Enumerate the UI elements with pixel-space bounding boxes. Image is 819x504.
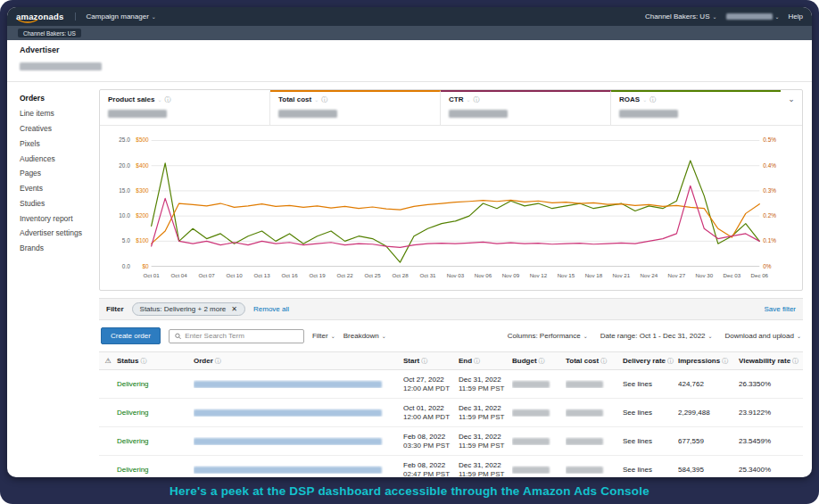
start-cell: Feb 08, 202202:47 PM PST (403, 461, 459, 478)
column-header-start[interactable]: Startⓘ (403, 357, 459, 365)
entity-chip[interactable]: Channel Bakers: US (18, 29, 81, 37)
breakdown-dropdown[interactable]: Breakdown ⌄ (343, 332, 386, 340)
column-header-budget[interactable]: Budgetⓘ (512, 357, 566, 365)
status-badge: Delivering (117, 466, 149, 474)
sidebar-item-pixels[interactable]: Pixels (20, 136, 88, 151)
advertiser-label: Advertiser (20, 45, 799, 54)
date-range-dropdown[interactable]: Date range: Oct 1 - Dec 31, 2022 ⌄ (600, 332, 713, 340)
order-name-redacted[interactable] (194, 438, 382, 445)
svg-text:Oct 10: Oct 10 (227, 272, 244, 278)
create-order-button[interactable]: Create order (101, 327, 161, 344)
svg-text:Dec 03: Dec 03 (724, 272, 741, 278)
sidebar-item-pages[interactable]: Pages (20, 166, 88, 181)
entity-switcher[interactable]: Channel Bakers: US ⌄ (645, 12, 717, 21)
collapse-chart-button[interactable]: ⌄ (781, 90, 802, 125)
table-toolbar: Create order Filter ⌄ Breakdown ⌄ (99, 320, 803, 351)
chevron-down-icon: ⌄ (331, 334, 335, 339)
viewability-value: 25.3400% (739, 466, 803, 474)
column-header-order[interactable]: Orderⓘ (194, 357, 403, 365)
campaign-manager-menu[interactable]: Campaign manager ⌄ (75, 12, 156, 21)
column-header-viewability-rate[interactable]: Viewability rateⓘ (739, 357, 803, 365)
svg-text:0.5%: 0.5% (763, 136, 776, 143)
viewability-value: 26.3350% (739, 380, 803, 388)
info-icon: ⓘ (473, 96, 479, 103)
table-row[interactable]: Delivering Feb 08, 202202:47 PM PST Dec … (99, 456, 803, 477)
sidebar-item-orders[interactable]: Orders (20, 91, 88, 106)
sidebar-item-events[interactable]: Events (20, 181, 88, 196)
svg-text:Nov 24: Nov 24 (641, 272, 658, 278)
svg-text:Oct 19: Oct 19 (309, 272, 326, 278)
svg-text:Oct 07: Oct 07 (199, 272, 216, 278)
table-row[interactable]: Delivering Oct 27, 202212:00 AM PDT Dec … (99, 370, 803, 399)
search-box[interactable] (169, 329, 304, 343)
user-account-menu[interactable]: ⌄ (726, 13, 780, 20)
columns-dropdown[interactable]: Columns: Performance ⌄ (508, 332, 588, 340)
svg-text:Oct 31: Oct 31 (419, 272, 436, 278)
svg-text:0.2%: 0.2% (763, 212, 776, 219)
metric-card-ctr[interactable]: CTR ⌄ ⓘ (441, 90, 611, 125)
header-label: Viewability rate (739, 357, 790, 365)
sidebar-item-inventory-report[interactable]: Inventory report (20, 211, 88, 226)
date-range-dropdown-label: Date range: Oct 1 - Dec 31, 2022 (600, 332, 706, 340)
start-cell: Oct 27, 202212:00 AM PDT (403, 376, 459, 393)
info-icon: ⓘ (474, 358, 480, 364)
advertiser-name-redacted[interactable] (20, 62, 102, 70)
svg-text:Oct 16: Oct 16 (281, 272, 298, 278)
header-label: Budget (512, 357, 537, 365)
sidebar-item-creatives[interactable]: Creatives (20, 121, 88, 136)
info-icon: ⓘ (165, 96, 171, 103)
table-row[interactable]: Delivering Oct 01, 202212:00 AM PDT Dec … (99, 399, 803, 427)
sidebar-item-line-items[interactable]: Line items (20, 106, 88, 121)
status-filter-chip[interactable]: Status: Delivering + 2 more ✕ (132, 302, 245, 316)
sidebar-item-audiences[interactable]: Audiences (20, 151, 88, 166)
column-header-delivery-rate[interactable]: Delivery rateⓘ (623, 357, 678, 365)
filter-bar-label: Filter (106, 305, 124, 313)
impressions-value: 677,559 (678, 437, 739, 445)
table-row[interactable]: Delivering Feb 08, 202203:30 PM PST Dec … (99, 427, 803, 456)
slide-frame: amazonads Campaign manager ⌄ Channel Bak… (0, 0, 819, 504)
svg-text:Nov 18: Nov 18 (585, 272, 603, 278)
filter-chip-label: Status: Delivering + 2 more (140, 305, 227, 313)
download-upload-dropdown[interactable]: Download and upload ⌄ (725, 332, 801, 340)
chevron-down-icon: ⌄ (466, 97, 470, 103)
warning-icon: ⚠ (99, 357, 117, 365)
header-label: Total cost (566, 357, 599, 365)
remove-all-link[interactable]: Remove all (253, 305, 289, 313)
svg-text:Nov 27: Nov 27 (668, 272, 686, 278)
sidebar-item-advertiser-settings[interactable]: Advertiser settings (20, 226, 88, 241)
column-header-total-cost[interactable]: Total costⓘ (566, 357, 623, 365)
header-label: End (459, 357, 472, 365)
svg-text:$500: $500 (136, 136, 149, 143)
order-name-redacted[interactable] (194, 381, 382, 388)
amazon-ads-logo: amazonads (16, 12, 64, 21)
svg-text:Nov 06: Nov 06 (475, 272, 492, 278)
order-name-redacted[interactable] (194, 467, 382, 474)
metric-card-roas[interactable]: ROAS ⌄ ⓘ (611, 90, 781, 125)
help-link[interactable]: Help (789, 12, 803, 21)
total-cost-redacted (566, 467, 603, 474)
svg-text:25.0: 25.0 (119, 136, 130, 143)
chevron-down-icon: ⌄ (314, 97, 318, 103)
sidebar-item-studies[interactable]: Studies (20, 195, 88, 211)
filter-dropdown[interactable]: Filter ⌄ (312, 332, 335, 340)
search-input[interactable] (185, 332, 298, 340)
metric-card-total-cost[interactable]: Total cost ⌄ ⓘ (270, 90, 441, 125)
main-content: Product sales ⌄ ⓘ Total cost ⌄ ⓘ (94, 82, 812, 477)
svg-text:Oct 04: Oct 04 (171, 272, 188, 278)
status-badge: Delivering (117, 409, 149, 417)
metric-card-product-sales[interactable]: Product sales ⌄ ⓘ (100, 90, 270, 125)
svg-text:$200: $200 (136, 212, 149, 219)
order-name-redacted[interactable] (194, 409, 382, 417)
budget-redacted (512, 381, 550, 388)
column-header-status[interactable]: Statusⓘ (117, 357, 194, 365)
svg-text:Oct 22: Oct 22 (336, 272, 353, 278)
column-header-end[interactable]: Endⓘ (459, 357, 512, 365)
chevron-down-icon: ⌄ (775, 14, 780, 20)
delivery-rate-value: See lines (623, 466, 678, 474)
line-chart: 0.0$00%5.0$1000.1%10.0$2000.2%15.0$3000.… (102, 129, 800, 290)
save-filter-link[interactable]: Save filter (764, 305, 796, 313)
close-icon[interactable]: ✕ (231, 306, 237, 313)
column-header-impressions[interactable]: Impressionsⓘ (678, 357, 739, 365)
sidebar-item-brands[interactable]: Brands (20, 241, 88, 256)
viewability-value: 23.9122% (739, 409, 803, 417)
